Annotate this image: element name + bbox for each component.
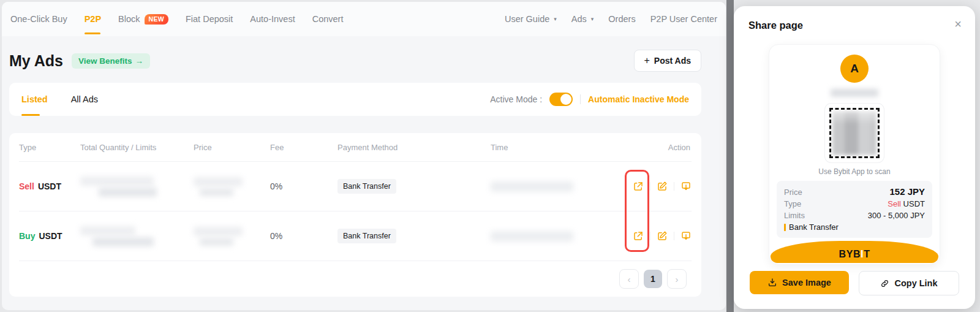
nav-label: Convert xyxy=(312,14,344,24)
redacted-time xyxy=(491,231,613,242)
post-ads-label: Post Ads xyxy=(654,56,691,66)
detail-row-payment: Bank Transfer xyxy=(784,221,925,233)
detail-label: Type xyxy=(784,198,801,210)
pagination: ‹ 1 › xyxy=(19,261,692,297)
share-icon[interactable] xyxy=(633,230,644,242)
blur-bar xyxy=(92,237,154,246)
share-icon[interactable] xyxy=(633,181,644,192)
share-card: A Use Bybit App to scan Price 152 JPY Ty… xyxy=(769,44,940,265)
type-cell: Buy USDT xyxy=(19,231,80,241)
bybit-logo: BYBIT xyxy=(839,249,870,260)
download-icon xyxy=(767,278,777,287)
col-price: Price xyxy=(194,143,270,152)
ads-tabs: Listed All Ads xyxy=(21,83,98,116)
nav-label: Orders xyxy=(608,14,635,24)
fee-value: 0% xyxy=(270,231,337,241)
blur-bar xyxy=(491,181,573,192)
qr-code-blur xyxy=(832,111,876,155)
nav-label: User Guide xyxy=(505,14,549,24)
mode-controls: Active Mode : Automatic Inactive Mode xyxy=(490,93,689,106)
blur-bar xyxy=(99,188,157,197)
pagination-page-button[interactable]: 1 xyxy=(644,270,662,288)
row-actions xyxy=(613,230,692,242)
payment-accent-bar xyxy=(784,224,786,231)
take-offline-icon[interactable] xyxy=(680,230,692,242)
asset-label: USDT xyxy=(39,231,62,241)
detail-value: 152 JPY xyxy=(889,186,925,197)
nav-item-p2p-user-center[interactable]: P2P User Center xyxy=(650,14,717,24)
share-modal: Share page × A Use Bybit App to scan Pri… xyxy=(734,6,975,309)
p2p-ads-page: One-Click Buy P2P Block NEW Fiat Deposit… xyxy=(2,2,726,310)
copy-link-button[interactable]: Copy Link xyxy=(859,271,959,295)
pagination-prev-button[interactable]: ‹ xyxy=(619,269,639,289)
nav-label: Block xyxy=(118,14,140,24)
ads-table: Type Total Quantity / Limits Price Fee P… xyxy=(9,133,701,297)
payment-method-chip: Bank Transfer xyxy=(337,179,396,194)
nav-item-fiat-deposit[interactable]: Fiat Deposit xyxy=(186,14,233,24)
asset-label: USDT xyxy=(38,181,61,191)
view-benefits-link[interactable]: View Benefits → xyxy=(72,53,150,69)
qr-code-frame xyxy=(829,108,880,158)
tab-label: Listed xyxy=(21,94,48,104)
nav-label: P2P xyxy=(85,14,101,24)
blur-bar xyxy=(194,227,243,236)
tab-listed[interactable]: Listed xyxy=(21,83,48,116)
redacted-quantity xyxy=(80,177,194,197)
blur-bar xyxy=(80,226,135,235)
save-image-button[interactable]: Save Image xyxy=(750,271,849,294)
nav-item-user-guide[interactable]: User Guide ▾ xyxy=(505,14,557,24)
redacted-username xyxy=(831,89,878,97)
page-title: My Ads xyxy=(9,52,63,70)
blur-bar xyxy=(491,231,573,242)
post-ads-button[interactable]: + Post Ads xyxy=(634,50,702,72)
nav-item-convert[interactable]: Convert xyxy=(312,14,344,24)
payment-method-cell: Bank Transfer xyxy=(337,229,491,243)
table-row: Buy USDT 0% Bank Transfer xyxy=(19,211,692,261)
nav-left-group: One-Click Buy P2P Block NEW Fiat Deposit… xyxy=(10,14,343,25)
chevron-down-icon: ▾ xyxy=(554,16,557,22)
nav-label: Fiat Deposit xyxy=(186,14,233,24)
nav-item-block[interactable]: Block NEW xyxy=(118,14,168,25)
col-fee: Fee xyxy=(270,143,337,152)
edit-icon[interactable] xyxy=(657,230,668,242)
detail-value: Sell USDT xyxy=(888,198,925,210)
copy-link-label: Copy Link xyxy=(894,278,937,288)
pagination-next-button[interactable]: › xyxy=(667,269,687,289)
col-quantity-limits: Total Quantity / Limits xyxy=(80,143,194,152)
side-label: Sell xyxy=(19,181,34,191)
redacted-price xyxy=(194,177,270,196)
fee-value: 0% xyxy=(270,181,337,191)
nav-item-p2p[interactable]: P2P xyxy=(85,14,101,24)
type-side: Sell xyxy=(888,199,901,208)
detail-row-type: Type Sell USDT xyxy=(784,198,925,210)
divider xyxy=(650,182,650,191)
active-mode-toggle[interactable] xyxy=(549,93,573,106)
page-header: My Ads View Benefits → + Post Ads xyxy=(9,50,701,72)
view-benefits-label: View Benefits xyxy=(78,56,132,66)
modal-buttons: Save Image Copy Link xyxy=(750,271,959,295)
toggle-knob xyxy=(560,94,571,105)
divider xyxy=(580,94,581,104)
ads-toolbar: Listed All Ads Active Mode : Automatic I… xyxy=(9,83,701,116)
row-actions xyxy=(613,181,692,192)
modal-title: Share page xyxy=(748,20,803,31)
take-offline-icon[interactable] xyxy=(680,181,692,192)
nav-label: Auto-Invest xyxy=(250,14,295,24)
nav-item-ads[interactable]: Ads ▾ xyxy=(571,14,594,24)
tab-all-ads[interactable]: All Ads xyxy=(71,83,98,116)
chevron-left-icon: ‹ xyxy=(628,274,631,284)
redacted-price xyxy=(194,227,270,246)
detail-value: 300 - 5,000 JPY xyxy=(868,210,925,221)
close-icon[interactable]: × xyxy=(954,17,962,31)
chevron-down-icon: ▾ xyxy=(591,16,594,22)
blur-bar xyxy=(200,188,233,196)
edit-icon[interactable] xyxy=(657,181,668,192)
table-row: Sell USDT 0% Bank Transfer xyxy=(19,162,692,211)
col-type: Type xyxy=(19,143,80,152)
page-header-left: My Ads View Benefits → xyxy=(9,52,150,70)
payment-method-chip: Bank Transfer xyxy=(337,229,396,243)
automatic-inactive-mode-link[interactable]: Automatic Inactive Mode xyxy=(588,94,689,104)
nav-item-orders[interactable]: Orders xyxy=(608,14,635,24)
nav-item-auto-invest[interactable]: Auto-Invest xyxy=(250,14,295,24)
nav-item-one-click-buy[interactable]: One-Click Buy xyxy=(10,14,67,24)
